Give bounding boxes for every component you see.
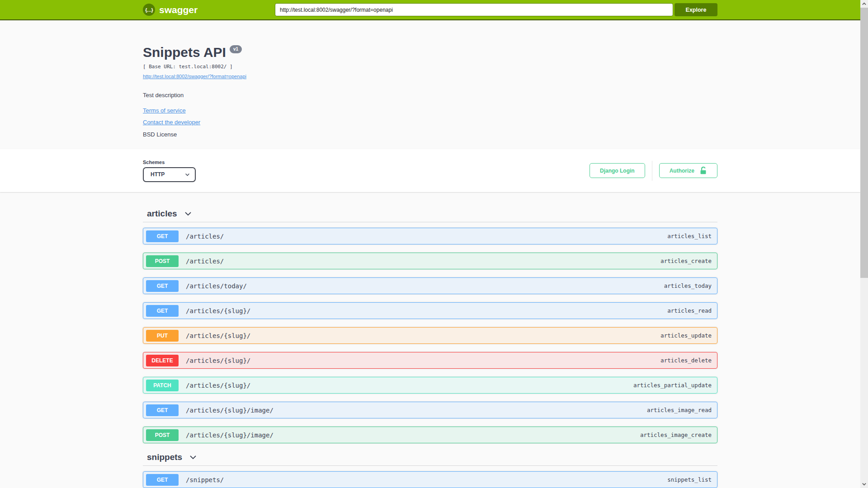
license-text: BSD License bbox=[143, 131, 717, 138]
endpoint-row[interactable]: GET/articles/articles_list bbox=[143, 228, 717, 244]
explore-button[interactable]: Explore bbox=[675, 3, 717, 16]
endpoint-row[interactable]: POST/articles/{slug}/image/articles_imag… bbox=[143, 427, 717, 443]
method-badge: GET bbox=[146, 404, 179, 416]
swagger-logo-icon: {…} bbox=[143, 4, 155, 16]
endpoint-row[interactable]: DELETE/articles/{slug}/articles_delete bbox=[143, 352, 717, 369]
method-badge: GET bbox=[146, 305, 179, 317]
topbar: {…} swagger Explore bbox=[0, 0, 860, 20]
endpoint-path: /articles/ bbox=[186, 258, 224, 265]
unlocked-padlock-icon bbox=[699, 166, 707, 175]
endpoint-path: /articles/today/ bbox=[186, 282, 247, 290]
scheme-container: Schemes HTTP Django Login Authorize bbox=[0, 149, 860, 192]
schemes-label: Schemes bbox=[143, 160, 196, 165]
method-badge: GET bbox=[146, 474, 179, 486]
operation-id: articles_today bbox=[664, 282, 712, 289]
section-header-snippets[interactable]: snippets bbox=[143, 451, 717, 466]
api-description: Test description bbox=[143, 92, 717, 99]
section-header-articles[interactable]: articles bbox=[143, 208, 717, 222]
swagger-ui-page: {…} swagger Explore Snippets API v1 [ Ba… bbox=[0, 0, 860, 488]
endpoint-row[interactable]: GET/articles/today/articles_today bbox=[143, 277, 717, 294]
api-section-snippets: snippetsGET/snippets/snippets_list bbox=[143, 451, 717, 488]
method-badge: DELETE bbox=[146, 355, 179, 366]
scrollbar-down-arrow-icon[interactable] bbox=[860, 480, 868, 488]
auth-divider bbox=[652, 161, 652, 181]
endpoint-path: /snippets/ bbox=[186, 476, 224, 483]
endpoint-path: /articles/{slug}/image/ bbox=[186, 407, 274, 414]
api-title-text: Snippets API bbox=[143, 44, 226, 61]
endpoint-path: /articles/{slug}/ bbox=[186, 357, 250, 364]
method-badge: POST bbox=[146, 255, 179, 267]
version-badge: v1 bbox=[230, 45, 242, 53]
endpoint-row[interactable]: PATCH/articles/{slug}/articles_partial_u… bbox=[143, 377, 717, 394]
vertical-scrollbar[interactable] bbox=[860, 0, 868, 488]
endpoint-path: /articles/ bbox=[186, 233, 224, 240]
base-url: [ Base URL: test.local:8002/ ] bbox=[143, 64, 717, 70]
endpoint-path: /articles/{slug}/ bbox=[186, 307, 250, 314]
endpoint-path: /articles/{slug}/ bbox=[186, 382, 250, 389]
endpoint-path: /articles/{slug}/ bbox=[186, 332, 250, 339]
chevron-down-icon bbox=[189, 453, 198, 462]
method-badge: POST bbox=[146, 429, 179, 441]
api-sections: articlesGET/articles/articles_listPOST/a… bbox=[143, 192, 717, 488]
contact-developer-link[interactable]: Contact the developer bbox=[143, 119, 200, 126]
operation-id: articles_image_create bbox=[640, 432, 712, 438]
operation-id: articles_partial_update bbox=[633, 382, 712, 389]
operation-id: articles_delete bbox=[660, 357, 712, 364]
endpoint-path: /articles/{slug}/image/ bbox=[186, 432, 274, 439]
scrollbar-thumb[interactable] bbox=[860, 8, 868, 278]
method-badge: PATCH bbox=[146, 380, 179, 391]
authorize-label: Authorize bbox=[670, 168, 694, 174]
api-info: Snippets API v1 [ Base URL: test.local:8… bbox=[143, 20, 717, 149]
method-badge: GET bbox=[146, 280, 179, 292]
chevron-down-icon bbox=[184, 209, 193, 218]
terms-of-service-link[interactable]: Terms of service bbox=[143, 107, 186, 114]
schemes-block: Schemes HTTP bbox=[143, 160, 196, 182]
authorize-button[interactable]: Authorize bbox=[659, 163, 717, 178]
operation-id: articles_create bbox=[660, 258, 712, 264]
spec-url-input[interactable] bbox=[275, 3, 673, 16]
endpoint-row[interactable]: GET/articles/{slug}/articles_read bbox=[143, 302, 717, 319]
operation-id: articles_image_read bbox=[647, 407, 712, 413]
operation-id: snippets_list bbox=[667, 476, 712, 483]
method-badge: PUT bbox=[146, 330, 179, 342]
endpoint-row[interactable]: GET/snippets/snippets_list bbox=[143, 471, 717, 488]
section-title: snippets bbox=[147, 451, 182, 463]
django-login-label: Django Login bbox=[600, 168, 635, 174]
section-title: articles bbox=[147, 208, 177, 219]
schemes-selected-value: HTTP bbox=[151, 171, 165, 178]
auth-wrapper: Django Login Authorize bbox=[590, 161, 717, 181]
api-section-articles: articlesGET/articles/articles_listPOST/a… bbox=[143, 208, 717, 443]
brand-title: swagger bbox=[159, 5, 198, 15]
method-badge: GET bbox=[146, 230, 179, 242]
endpoint-row[interactable]: PUT/articles/{slug}/articles_update bbox=[143, 327, 717, 344]
download-url-wrapper: Explore bbox=[275, 3, 717, 16]
swagger-logo: {…} swagger bbox=[143, 4, 198, 16]
operation-id: articles_list bbox=[667, 233, 712, 239]
endpoint-row[interactable]: GET/articles/{slug}/image/articles_image… bbox=[143, 402, 717, 418]
page-title: Snippets API v1 bbox=[143, 44, 717, 61]
django-login-button[interactable]: Django Login bbox=[590, 163, 645, 178]
operation-id: articles_update bbox=[660, 332, 712, 339]
spec-link[interactable]: http://test.local:8002/swagger/?format=o… bbox=[143, 74, 246, 79]
chevron-down-icon bbox=[184, 172, 190, 178]
endpoint-row[interactable]: POST/articles/articles_create bbox=[143, 253, 717, 269]
operation-id: articles_read bbox=[667, 307, 712, 314]
schemes-select[interactable]: HTTP bbox=[143, 167, 196, 182]
scrollbar-up-arrow-icon[interactable] bbox=[860, 0, 868, 8]
